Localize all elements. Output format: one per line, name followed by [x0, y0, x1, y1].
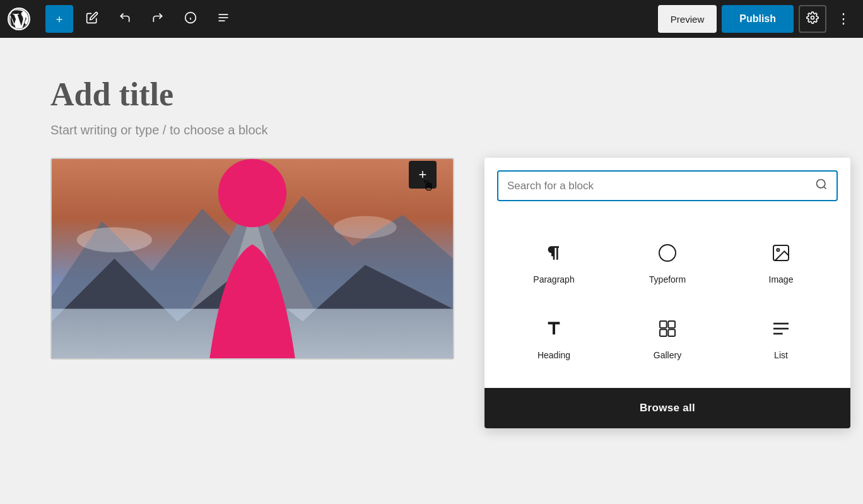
edit-button[interactable]	[78, 5, 106, 33]
edit-icon	[86, 11, 98, 27]
post-title[interactable]: Add title	[50, 76, 813, 113]
block-search-section	[484, 158, 850, 211]
svg-rect-23	[668, 321, 675, 328]
search-icon	[815, 178, 828, 194]
svg-rect-25	[668, 329, 675, 336]
block-item-list[interactable]: List	[724, 300, 838, 375]
image-label: Image	[769, 274, 794, 284]
gallery-icon	[654, 315, 681, 343]
toolbar: ＋	[0, 0, 863, 38]
paragraph-icon	[540, 239, 568, 267]
undo-icon	[119, 11, 131, 27]
svg-line-19	[824, 187, 826, 189]
svg-rect-22	[660, 321, 667, 328]
svg-point-17	[218, 159, 286, 227]
list-label: List	[774, 350, 788, 360]
typeform-label: Typeform	[649, 274, 686, 284]
heading-label: Heading	[537, 350, 570, 360]
wp-logo	[0, 0, 38, 38]
typeform-icon	[654, 239, 681, 267]
redo-icon	[151, 11, 164, 27]
heading-icon	[540, 315, 568, 343]
svg-rect-24	[660, 329, 667, 336]
info-button[interactable]	[177, 5, 204, 33]
paragraph-label: Paragraph	[533, 274, 574, 284]
more-options-button[interactable]: ⋮	[831, 11, 855, 27]
block-item-heading[interactable]: Heading	[497, 300, 611, 375]
gallery-label: Gallery	[654, 350, 681, 360]
settings-button[interactable]	[799, 5, 826, 33]
redo-button[interactable]	[144, 5, 172, 33]
block-item-image[interactable]: Image	[724, 224, 838, 300]
list-icon	[767, 315, 795, 343]
search-input-wrap	[497, 170, 838, 201]
block-grid: Paragraph Typeform Image	[484, 211, 850, 388]
canvas-image	[50, 158, 454, 360]
image-icon	[767, 239, 795, 267]
publish-button[interactable]: Publish	[722, 5, 794, 33]
svg-point-18	[817, 180, 825, 188]
block-inserter-panel: Paragraph Typeform Image	[484, 158, 850, 428]
settings-icon	[806, 11, 819, 27]
browse-all-button[interactable]: Browse all	[484, 388, 850, 428]
undo-button[interactable]	[111, 5, 139, 33]
svg-point-7	[811, 16, 814, 19]
list-view-icon	[217, 11, 230, 27]
block-item-paragraph[interactable]: Paragraph	[497, 224, 611, 300]
info-icon	[184, 11, 197, 27]
editor-area: Add title Start writing or type / to cho…	[0, 38, 863, 504]
block-item-typeform[interactable]: Typeform	[611, 224, 724, 300]
post-subtitle[interactable]: Start writing or type / to choose a bloc…	[50, 123, 813, 138]
plus-icon-floating: +	[419, 167, 427, 183]
list-view-button[interactable]	[209, 5, 237, 33]
floating-add-block-button[interactable]: +	[409, 161, 437, 189]
add-block-button[interactable]: ＋	[45, 5, 73, 33]
svg-point-21	[777, 249, 779, 251]
block-item-gallery[interactable]: Gallery	[611, 300, 724, 375]
preview-button[interactable]: Preview	[658, 5, 717, 33]
block-search-input[interactable]	[507, 180, 810, 192]
more-options-icon: ⋮	[837, 11, 850, 27]
plus-icon: ＋	[54, 11, 65, 26]
